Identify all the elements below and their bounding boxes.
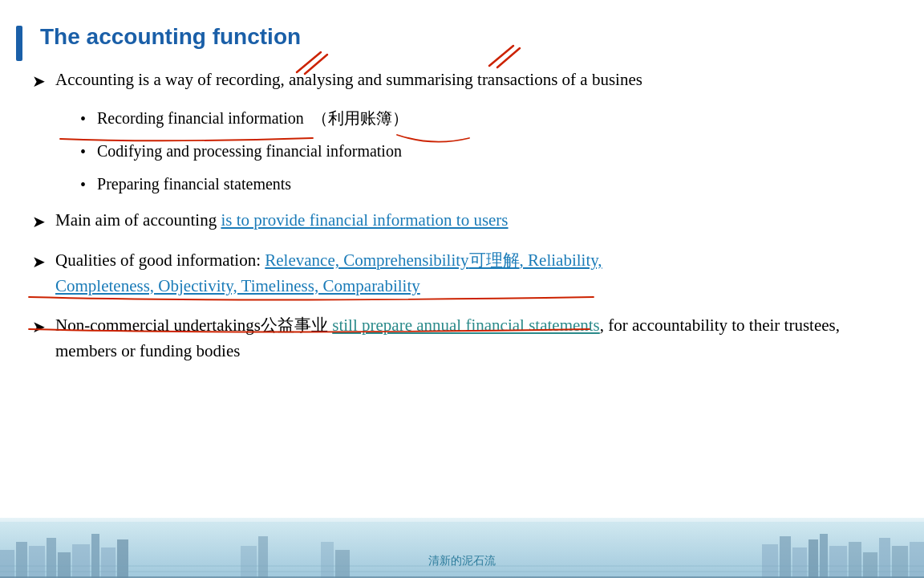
dot-3: •	[80, 173, 86, 197]
sub3-text: Preparing financial statements	[97, 172, 291, 196]
sub-bullets-1: • Recording financial information （利用账簿）…	[80, 106, 892, 197]
left-accent-bar	[16, 26, 22, 61]
sub2-text: Codifying and processing financial infor…	[97, 139, 402, 163]
svg-rect-2	[16, 542, 27, 578]
arrow-bullet-3: ➤	[32, 250, 46, 274]
svg-rect-10	[241, 546, 257, 578]
svg-rect-12	[321, 542, 334, 578]
slide-container: The accounting function ➤ Accounting is …	[0, 0, 924, 578]
svg-rect-3	[29, 546, 45, 578]
svg-rect-23	[892, 546, 908, 578]
city-svg	[0, 522, 924, 578]
svg-rect-17	[808, 539, 818, 578]
bullet-item-4: ➤ Non-commercial undertakings公益事业 still …	[32, 313, 892, 364]
watermark: 清新的泥石流	[428, 554, 496, 568]
sub1-chinese: （利用账簿）	[312, 109, 408, 127]
svg-rect-20	[849, 542, 861, 578]
svg-rect-1	[0, 550, 14, 578]
arrow-bullet-1: ➤	[32, 69, 46, 93]
svg-rect-6	[72, 544, 90, 578]
svg-rect-13	[335, 550, 350, 578]
slide-title: The accounting function	[32, 24, 892, 50]
svg-rect-19	[829, 546, 847, 578]
qualities-link[interactable]: Relevance, Comprehensibility可理解, Reliabi…	[55, 250, 602, 295]
svg-rect-24	[910, 542, 924, 578]
bullet4-text: Non-commercial undertakings公益事业 still pr…	[55, 313, 892, 364]
svg-rect-9	[117, 539, 128, 578]
dot-2: •	[80, 140, 86, 164]
qualities-line2: Completeness, Objectivity, Timeliness, C…	[55, 276, 420, 295]
dot-1: •	[80, 107, 86, 131]
bullet-item-3: ➤ Qualities of good information: Relevan…	[32, 248, 892, 299]
sub-bullet-1: • Recording financial information （利用账簿）	[80, 106, 892, 131]
main-aim-link[interactable]: is to provide financial information to u…	[221, 210, 508, 230]
sub-bullet-2: • Codifying and processing financial inf…	[80, 139, 892, 164]
bullet2-text: Main aim of accounting is to provide fin…	[55, 208, 509, 234]
non-commercial-link[interactable]: still prepare annual financial statement…	[332, 315, 600, 335]
svg-rect-8	[101, 547, 116, 578]
arrow-bullet-2: ➤	[32, 210, 46, 234]
arrow-bullet-4: ➤	[32, 315, 46, 339]
bottom-cityscape: 清新的泥石流	[0, 518, 924, 578]
svg-rect-16	[792, 547, 807, 578]
bullet4-chinese: 公益事业	[261, 315, 328, 335]
sub-bullet-3: • Preparing financial statements	[80, 172, 892, 197]
content-area: ➤ Accounting is a way of recording, anal…	[24, 67, 892, 364]
svg-rect-14	[762, 544, 778, 578]
bullet-item-2: ➤ Main aim of accounting is to provide f…	[32, 208, 892, 234]
svg-rect-21	[863, 552, 877, 578]
bullet3-text: Qualities of good information: Relevance…	[55, 248, 602, 299]
bullet1-text: Accounting is a way of recording, analys…	[55, 67, 642, 93]
bullet-item-1: ➤ Accounting is a way of recording, anal…	[32, 67, 892, 93]
svg-rect-5	[58, 552, 71, 578]
sub1-text: Recording financial information （利用账簿）	[97, 106, 408, 130]
